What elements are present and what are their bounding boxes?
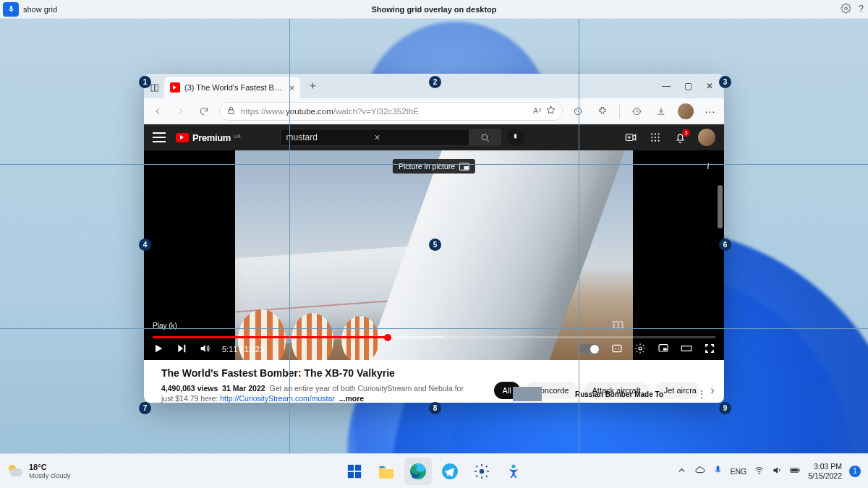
video-title: The World's Fastest Bomber: The XB-70 Va… [161, 367, 707, 379]
youtube-notifications-icon[interactable]: 3 [673, 131, 686, 144]
svg-rect-26 [348, 471, 354, 477]
svg-rect-24 [348, 464, 354, 470]
youtube-create-icon[interactable] [624, 131, 637, 144]
youtube-apps-icon[interactable] [649, 131, 662, 144]
video-info-section: The World's Fastest Bomber: The XB-70 Va… [144, 360, 724, 403]
favorites-star-icon[interactable] [545, 105, 556, 117]
grid-cell-5[interactable]: 5 [429, 239, 441, 251]
window-minimize-button[interactable]: — [662, 81, 671, 91]
window-close-button[interactable]: ✕ [705, 81, 714, 91]
nav-refresh-button[interactable] [196, 103, 212, 119]
svg-rect-23 [681, 346, 691, 351]
url-text: https://www.youtube.com/watch?v=YI32c352… [241, 107, 529, 116]
adblock-icon[interactable] [570, 103, 586, 119]
tab-actions-icon[interactable] [150, 82, 160, 93]
voice-help-icon[interactable]: ? [859, 3, 864, 15]
volume-button[interactable] [199, 343, 210, 356]
taskbar-weather[interactable]: 18°CMostly cloudy [0, 463, 71, 479]
svg-rect-25 [355, 464, 361, 470]
youtube-logo[interactable]: Premium UA [176, 132, 241, 143]
read-aloud-icon[interactable]: A⁾⁾ [533, 107, 541, 115]
svg-point-20 [639, 347, 642, 350]
youtube-search-input[interactable]: mustard × [280, 129, 469, 146]
voice-access-bar: show grid Showing grid overlay on deskto… [0, 0, 868, 19]
extensions-icon[interactable] [595, 103, 610, 119]
video-info-icon[interactable]: i [699, 158, 717, 175]
tray-mic-icon[interactable] [712, 465, 723, 477]
svg-point-14 [651, 140, 652, 142]
channel-watermark[interactable]: m [612, 314, 624, 333]
window-maximize-button[interactable]: ▢ [684, 81, 692, 91]
tab-title: (3) The World's Fastest Bomber: [184, 83, 284, 92]
page-scrollbar[interactable] [718, 185, 723, 228]
history-icon[interactable] [629, 103, 644, 119]
video-player[interactable]: m Picture in picture i Play (k) 5:11 [144, 150, 724, 360]
tray-battery-icon[interactable] [790, 465, 801, 477]
tray-wifi-icon[interactable] [754, 465, 765, 477]
youtube-logo-icon [176, 133, 189, 142]
downloads-icon[interactable] [653, 103, 669, 119]
grid-cell-4[interactable]: 4 [139, 239, 151, 251]
svg-point-32 [759, 473, 760, 474]
tray-volume-icon[interactable] [772, 465, 783, 477]
video-meta: 4,490,063 views 31 Mar 2022 Get an entir… [161, 383, 472, 403]
search-clear-icon[interactable]: × [375, 132, 463, 143]
more-button[interactable]: ...more [339, 394, 364, 403]
telegram-icon[interactable] [436, 458, 464, 485]
youtube-voice-search-button[interactable] [507, 129, 524, 146]
tray-notifications[interactable]: 1 [849, 466, 861, 477]
play-tooltip: Play (k) [148, 320, 182, 331]
explorer-icon[interactable] [373, 458, 400, 485]
svg-rect-1 [151, 85, 154, 91]
tab-close-icon[interactable]: × [289, 83, 294, 93]
grid-cell-9[interactable]: 9 [719, 402, 731, 414]
settings-button[interactable] [634, 343, 646, 356]
tray-language[interactable]: ENG [731, 467, 747, 476]
voice-settings-icon[interactable] [841, 3, 851, 15]
next-button[interactable] [176, 343, 187, 356]
grid-cell-3[interactable]: 3 [719, 76, 731, 88]
fullscreen-button[interactable] [704, 343, 715, 356]
miniplayer-button[interactable] [658, 343, 669, 356]
related-thumbnail[interactable] [513, 387, 542, 401]
svg-point-6 [482, 134, 488, 140]
autoplay-toggle[interactable] [578, 344, 600, 354]
tray-chevron-icon[interactable] [676, 465, 687, 477]
captions-button[interactable] [611, 343, 623, 356]
taskbar: 18°CMostly cloudy ENG 3:03 PM5/15/2022 1 [0, 453, 868, 488]
youtube-avatar[interactable] [698, 129, 715, 146]
browser-tab[interactable]: (3) The World's Fastest Bomber: × [164, 77, 300, 98]
theater-button[interactable] [681, 343, 692, 356]
grid-cell-1[interactable]: 1 [139, 76, 151, 88]
nav-forward-button[interactable] [173, 103, 189, 119]
grid-cell-7[interactable]: 7 [139, 402, 151, 414]
site-lock-icon[interactable] [226, 105, 237, 117]
svg-point-15 [655, 140, 656, 142]
svg-rect-27 [355, 471, 361, 477]
accessibility-icon[interactable] [500, 458, 527, 485]
address-bar[interactable]: https://www.youtube.com/watch?v=YI32c352… [219, 102, 563, 121]
svg-rect-2 [156, 85, 158, 91]
youtube-header: Premium UA mustard × 3 [144, 124, 724, 150]
chips-next-icon[interactable]: › [705, 384, 720, 397]
profile-avatar[interactable] [678, 103, 694, 119]
browser-menu-button[interactable]: ··· [702, 103, 718, 119]
youtube-page: Premium UA mustard × 3 [144, 124, 724, 403]
youtube-menu-button[interactable] [153, 132, 166, 142]
grid-cell-2[interactable]: 2 [429, 76, 441, 88]
new-tab-button[interactable]: ＋ [307, 79, 318, 93]
youtube-search-button[interactable] [469, 129, 501, 146]
play-button[interactable] [153, 343, 164, 356]
related-video-title[interactable]: Russian Bomber Made To [575, 390, 663, 398]
sponsor-link[interactable]: http://CuriosityStream.com/mustar [220, 394, 335, 403]
youtube-favicon-icon [170, 82, 180, 93]
settings-app-icon[interactable] [468, 458, 495, 485]
tray-clock[interactable]: 3:03 PM5/15/2022 [808, 462, 842, 479]
nav-back-button[interactable] [150, 103, 166, 119]
related-menu-icon[interactable]: ⋮ [697, 388, 707, 400]
edge-icon[interactable] [404, 458, 432, 485]
start-button[interactable] [341, 458, 368, 485]
grid-cell-6[interactable]: 6 [719, 239, 731, 251]
grid-cell-8[interactable]: 8 [429, 402, 441, 414]
tray-onedrive-icon[interactable] [694, 465, 705, 477]
